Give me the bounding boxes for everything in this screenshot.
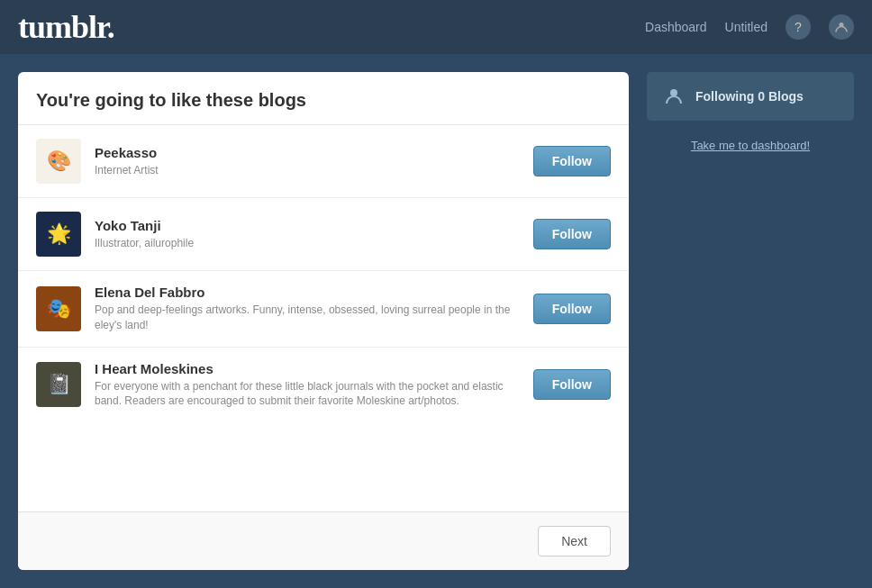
following-box: Following 0 Blogs [647,72,854,121]
follow-button-yoko-tanji[interactable]: Follow [533,219,611,249]
blog-name: Elena Del Fabbro [95,285,520,300]
blog-name: Peekasso [95,145,520,160]
blog-info: Yoko TanjiIllustrator, ailurophile [95,218,520,251]
blog-info: PeekassoInternet Artist [95,145,520,178]
blog-description: Pop and deep-feelings artworks. Funny, i… [95,303,520,333]
blog-description: Internet Artist [95,163,520,178]
logo: tumblr. [18,8,645,46]
list-item: 📓I Heart MoleskinesFor everyone with a p… [18,348,629,423]
untitled-link[interactable]: Untitled [725,20,768,34]
list-item: 🌟Yoko TanjiIllustrator, ailurophileFollo… [18,198,629,271]
blogs-panel: You're going to like these blogs 🎨Peekas… [18,72,629,570]
person-icon [663,86,685,107]
blog-avatar: 🌟 [36,212,81,257]
blog-avatar: 🎭 [36,286,81,331]
right-panel: Following 0 Blogs Take me to dashboard! [647,72,854,570]
take-me-to-dashboard[interactable]: Take me to dashboard! [647,139,854,152]
blog-info: Elena Del FabbroPop and deep-feelings ar… [95,285,520,333]
blog-name: I Heart Moleskines [95,361,520,376]
panel-title: You're going to like these blogs [18,72,629,125]
follow-button-i-heart-moleskines[interactable]: Follow [533,369,611,400]
help-icon[interactable]: ? [786,14,811,40]
top-navigation: tumblr. Dashboard Untitled ? [0,0,872,54]
svg-point-1 [670,89,677,96]
blog-avatar: 🎨 [36,139,81,184]
main-content: You're going to like these blogs 🎨Peekas… [0,54,872,588]
follow-button-elena-del-fabbro[interactable]: Follow [533,294,611,324]
list-item: 🎭Elena Del FabbroPop and deep-feelings a… [18,271,629,348]
dashboard-link[interactable]: Dashboard [645,20,707,34]
blog-avatar: 📓 [36,362,81,407]
nav-links: Dashboard Untitled ? [645,14,854,40]
following-count: Following 0 Blogs [695,89,804,104]
blog-description: Illustrator, ailurophile [95,236,520,251]
blog-description: For everyone with a penchant for these l… [95,379,520,410]
list-item: 🎨PeekassoInternet ArtistFollow [18,125,629,198]
blog-name: Yoko Tanji [95,218,520,233]
panel-footer: Next [18,512,629,570]
blog-info: I Heart MoleskinesFor everyone with a pe… [95,361,520,410]
user-icon[interactable] [829,14,854,40]
blogs-list: 🎨PeekassoInternet ArtistFollow🌟Yoko Tanj… [18,125,629,512]
follow-button-peekasso[interactable]: Follow [533,146,611,176]
next-button[interactable]: Next [538,526,611,556]
